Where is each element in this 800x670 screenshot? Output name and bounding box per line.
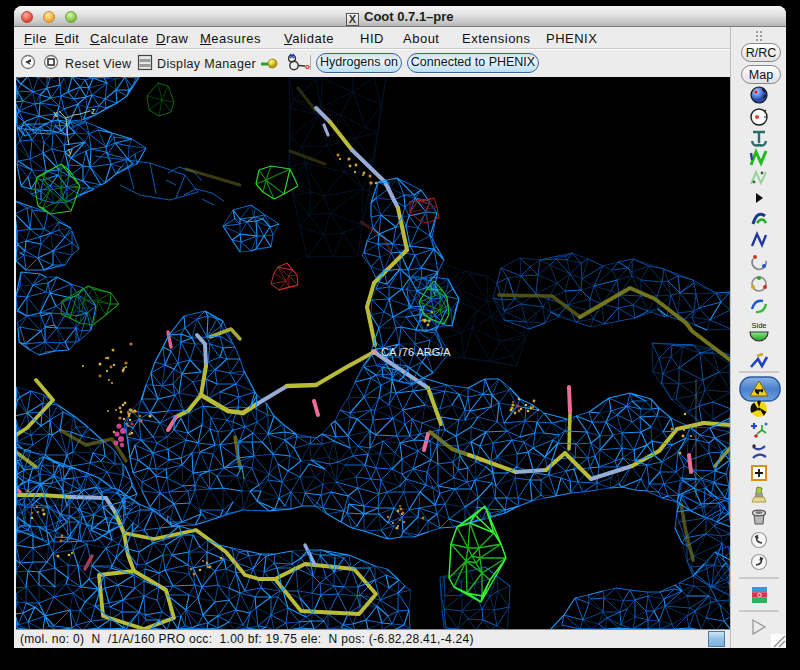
svg-text:y: y [68, 146, 73, 156]
svg-text:Side: Side [751, 321, 766, 330]
svg-text:CA /76 ARG/A: CA /76 ARG/A [381, 346, 451, 358]
svg-text:x: x [53, 109, 58, 119]
svg-text:o: o [305, 62, 310, 71]
svg-text:z: z [91, 106, 96, 116]
